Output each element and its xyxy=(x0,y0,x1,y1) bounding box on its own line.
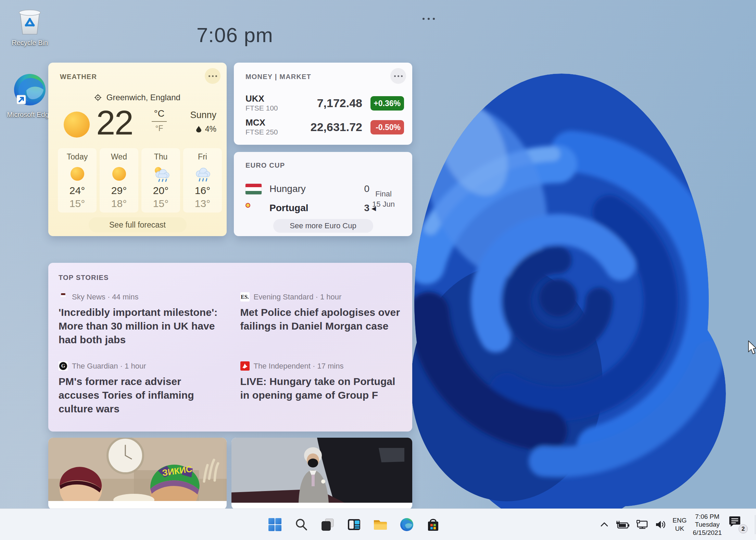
story-meta: Sky News · 44 mins xyxy=(72,293,138,301)
taskbar: ENG UK 7:06 PM Tuesday 6/15/2021 2 xyxy=(0,509,756,540)
sunny-icon xyxy=(100,165,138,183)
widgets-button[interactable] xyxy=(346,517,362,532)
battery-charging-icon[interactable] xyxy=(615,520,629,529)
see-more-euro-cup-button[interactable]: See more Euro Cup xyxy=(273,219,373,233)
match-status: Final 15 Jun xyxy=(366,189,401,209)
show-desktop-divider[interactable] xyxy=(755,515,755,534)
droplet-icon xyxy=(196,125,201,134)
euro-cup-widget[interactable]: EURO CUP Hungary 0 Portugal 3 ◀ Final 15… xyxy=(234,152,412,236)
hungary-flag-icon xyxy=(245,184,262,194)
tray-chevron-up-icon[interactable] xyxy=(600,522,609,528)
forecast-today[interactable]: Today 24° 15° xyxy=(58,148,97,213)
top-stories-title: TOP STORIES xyxy=(59,274,109,282)
see-full-forecast-button[interactable]: See full forecast xyxy=(89,217,187,232)
celsius-label[interactable]: °C xyxy=(150,108,168,119)
forecast-fri[interactable]: Fri 16° 13° xyxy=(183,148,222,213)
forecast-wed[interactable]: Wed 29° 18° xyxy=(100,148,138,213)
story-headline: 'Incredibly important milestone': More t… xyxy=(59,306,222,347)
change-badge-down: -0.50% xyxy=(370,120,404,134)
forecast-row: Today 24° 15° Wed 29° 18° Thu xyxy=(58,148,222,213)
widgets-panel-menu-icon[interactable] xyxy=(423,18,435,20)
tray-clock[interactable]: 7:06 PM Tuesday 6/15/2021 xyxy=(693,513,722,537)
showers-icon xyxy=(183,165,222,183)
news-photo-man-in-mask[interactable] xyxy=(231,438,412,510)
story-headline: PM's former race adviser accuses Tories … xyxy=(59,375,222,416)
widgets-panel-clock: 7:06 pm xyxy=(197,23,273,47)
edge-desktop-icon[interactable]: Microsoft Edge xyxy=(4,73,55,119)
sunny-icon xyxy=(58,165,97,183)
story-evening-standard[interactable]: ES. Evening Standard · 1 hour Met Police… xyxy=(240,292,404,361)
sun-icon xyxy=(62,110,91,141)
sun-showers-icon xyxy=(141,165,180,183)
evening-standard-favicon-icon: ES. xyxy=(240,292,250,301)
mouse-cursor xyxy=(748,340,756,355)
language-indicator[interactable]: ENG UK xyxy=(672,516,686,533)
recycle-bin-icon xyxy=(17,31,42,37)
story-sky-news[interactable]: Sky News · 44 mins 'Incredibly important… xyxy=(59,292,222,361)
notification-count-badge: 2 xyxy=(739,524,748,533)
change-badge-up: +0.36% xyxy=(370,96,404,111)
money-title: MONEY | MARKET xyxy=(245,73,311,81)
story-independent[interactable]: The Independent · 17 mins LIVE: Hungary … xyxy=(240,361,404,430)
search-button[interactable] xyxy=(293,517,309,532)
start-button[interactable] xyxy=(267,517,283,532)
story-meta: The Guardian · 1 hour xyxy=(72,362,146,371)
location-pin-icon xyxy=(94,93,101,103)
market-row-mcx[interactable]: MCX FTSE 250 22,631.72 -0.50% xyxy=(245,117,404,137)
weather-condition: Sunny xyxy=(190,110,216,120)
notification-center-button[interactable]: 2 xyxy=(728,515,747,534)
news-photo-boys-in-caps[interactable]: ЗИКИС xyxy=(48,438,227,510)
file-explorer-button[interactable] xyxy=(373,517,388,532)
guardian-favicon-icon: G xyxy=(59,361,68,371)
top-stories-widget[interactable]: TOP STORIES Sky News · 44 mins 'Incredib… xyxy=(48,263,412,432)
weather-current: 22 °C °F Sunny 4% xyxy=(61,106,216,145)
story-meta: The Independent · 17 mins xyxy=(254,362,344,371)
unit-toggle[interactable]: °C °F xyxy=(150,108,168,133)
story-meta: Evening Standard · 1 hour xyxy=(254,293,342,301)
edge-logo-icon xyxy=(12,103,48,109)
weather-widget[interactable]: WEATHER Greenwich, England 22 °C °F Sunn… xyxy=(48,63,227,236)
weather-title: WEATHER xyxy=(60,73,97,81)
store-button[interactable] xyxy=(425,517,441,532)
desktop: { "desktop": { "icons": [ { "label": "Re… xyxy=(0,0,756,540)
money-market-widget[interactable]: MONEY | MARKET UKX FTSE 100 7,172.48 +0.… xyxy=(234,63,412,145)
task-view-button[interactable] xyxy=(320,517,336,532)
edge-label: Microsoft Edge xyxy=(4,111,55,119)
network-icon[interactable] xyxy=(635,520,648,529)
weather-location: Greenwich, England xyxy=(48,93,227,102)
sky-news-favicon-icon xyxy=(59,292,68,301)
edge-taskbar-button[interactable] xyxy=(399,517,415,532)
story-headline: LIVE: Hungary take on Portugal in openin… xyxy=(240,375,404,402)
weather-more-options-icon[interactable] xyxy=(205,68,220,84)
story-headline: Met Police chief apologises over failing… xyxy=(240,306,404,333)
money-more-options-icon[interactable] xyxy=(390,68,406,84)
precipitation: 4% xyxy=(190,125,216,134)
volume-icon[interactable] xyxy=(655,520,666,529)
fahrenheit-label[interactable]: °F xyxy=(150,124,168,133)
current-temperature: 22 xyxy=(96,103,133,142)
story-guardian[interactable]: G The Guardian · 1 hour PM's former race… xyxy=(59,361,222,430)
recycle-bin-desktop-icon[interactable]: Recycle Bin xyxy=(4,5,55,47)
market-row-ukx[interactable]: UKX FTSE 100 7,172.48 +0.36% xyxy=(245,93,404,113)
euro-cup-title: EURO CUP xyxy=(245,162,285,169)
forecast-thu[interactable]: Thu 20° 15° xyxy=(141,148,180,213)
independent-favicon-icon xyxy=(240,361,250,371)
recycle-bin-label: Recycle Bin xyxy=(4,39,55,47)
